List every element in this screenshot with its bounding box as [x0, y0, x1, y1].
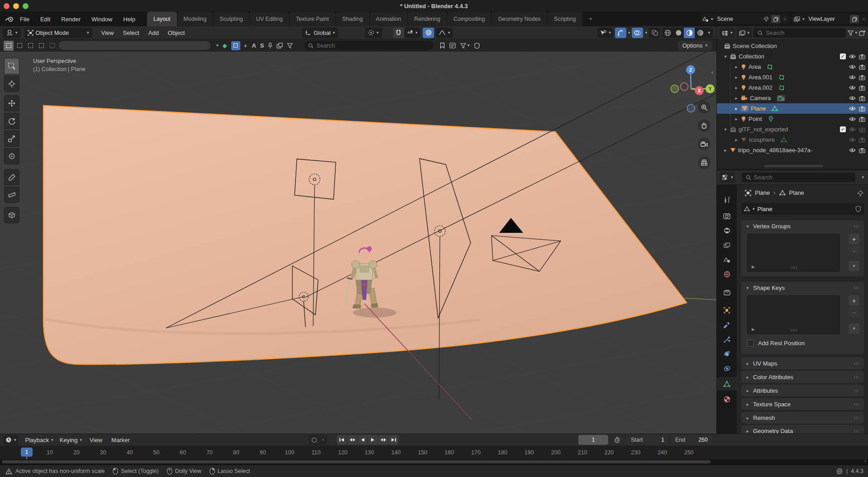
view-layer-selector[interactable]: ▾ ViewLayer ✕ [792, 14, 868, 24]
show-overlays-toggle[interactable] [632, 28, 643, 38]
gizmo-dropdown[interactable]: ▾ [628, 31, 630, 35]
tab-view-layer[interactable] [717, 238, 737, 252]
tool-annotate[interactable] [4, 169, 19, 185]
menu-window[interactable]: Window [86, 12, 118, 26]
add-shape-key-button[interactable]: + [849, 295, 859, 306]
tab-geometry-nodes[interactable]: Geometry Nodes [491, 12, 547, 26]
pin-icon[interactable] [763, 16, 769, 22]
color-attributes-panel[interactable]: ▸Color Attributes [741, 371, 864, 383]
add-vertex-group-button[interactable]: + [849, 234, 859, 244]
tool-options-dropdown[interactable]: Options ▾ [678, 41, 712, 51]
playback-menu[interactable]: Playback▾ [22, 435, 57, 445]
jump-to-start-button[interactable] [337, 435, 347, 445]
tab-rendering[interactable]: Rendering [408, 12, 447, 26]
remove-view-layer-button[interactable]: ✕ [861, 16, 866, 23]
half-sphere-icon[interactable]: ◐ [244, 42, 248, 49]
breadcrumb-data[interactable]: Plane [789, 189, 804, 196]
collection-checkbox[interactable]: ✓ [840, 126, 846, 132]
outliner-row-tripo-node[interactable]: ▸ tripo_node_48618aee-347a- [717, 145, 868, 155]
add-rest-position-checkbox[interactable] [747, 340, 754, 347]
timeline-view-menu[interactable]: View [85, 437, 107, 443]
panel-grip-icon[interactable] [854, 389, 860, 392]
eye-icon[interactable] [849, 75, 856, 80]
viewport-menu-select[interactable]: Select [118, 29, 143, 36]
select-mode-set-button[interactable] [4, 41, 14, 51]
texture-space-panel[interactable]: ▸Texture Space [741, 398, 864, 410]
gem-icon[interactable]: ◆ [223, 42, 227, 49]
tab-animation[interactable]: Animation [370, 12, 408, 26]
eye-icon[interactable] [849, 116, 856, 121]
zoom-button[interactable] [698, 101, 711, 114]
render-camera-icon[interactable] [859, 64, 865, 70]
playhead-frame-badge[interactable]: 1 [21, 448, 33, 457]
viewport-menu-add[interactable]: Add [144, 29, 163, 36]
eye-icon[interactable] [849, 137, 856, 142]
list-expand-icon[interactable]: ▶ [752, 327, 755, 332]
tool-scale[interactable] [4, 130, 19, 147]
overlays-dropdown[interactable]: ▾ [645, 31, 647, 35]
tab-modeling[interactable]: Modeling [177, 12, 213, 26]
mesh-name-field[interactable]: ▾ Plane [741, 203, 864, 215]
shading-dropdown[interactable]: ▾ [706, 28, 713, 38]
outliner-row-scene-collection[interactable]: Scene Collection [717, 41, 868, 51]
render-camera-icon[interactable] [859, 54, 865, 59]
font-icon[interactable]: A [252, 42, 256, 49]
expander-icon[interactable]: ▸ [734, 96, 739, 101]
tab-texture-paint[interactable]: Texture Paint [290, 12, 335, 26]
shading-rendered-button[interactable] [695, 28, 706, 38]
expander-icon[interactable]: ▸ [734, 106, 739, 111]
select-mode-invert-button[interactable] [36, 41, 46, 51]
remesh-panel[interactable]: ▸Remesh [741, 412, 864, 424]
use-preview-range-button[interactable] [611, 435, 623, 445]
expander-icon[interactable]: ▸ [734, 75, 739, 80]
eye-icon[interactable] [849, 54, 856, 59]
breadcrumb-object[interactable]: Plane [755, 189, 770, 196]
show-gizmo-toggle[interactable] [615, 28, 626, 38]
perspective-toggle-button[interactable] [698, 156, 711, 169]
tab-compositing[interactable]: Compositing [447, 12, 491, 26]
panel-grip-icon[interactable] [854, 376, 860, 379]
new-collection-icon[interactable] [859, 30, 866, 36]
render-camera-icon[interactable] [859, 106, 865, 111]
tool-cursor[interactable] [4, 76, 19, 92]
eye-icon[interactable] [849, 127, 856, 132]
tool-rotate[interactable] [4, 113, 19, 129]
viewport-menu-view[interactable]: View [97, 29, 119, 36]
collection-checkbox[interactable]: ✓ [840, 53, 846, 59]
list-resize-grip[interactable] [790, 266, 797, 269]
tab-object-data[interactable] [717, 377, 737, 390]
tab-collection[interactable] [717, 285, 737, 299]
xray-toggle[interactable] [649, 28, 660, 38]
shape-keys-header[interactable]: ▾ Shape Keys [741, 282, 864, 294]
funnel-icon[interactable] [287, 43, 293, 48]
tab-modifiers[interactable] [717, 318, 737, 332]
vertex-group-specials-button[interactable]: ▾ [849, 261, 859, 271]
region-resize-handle[interactable]: ‹ [864, 458, 866, 463]
menu-help[interactable]: Help [118, 12, 141, 26]
mode-dropdown[interactable]: Object Mode ▾ [24, 28, 92, 38]
outliner-row-area-001[interactable]: ▸ Area.001 [717, 72, 868, 82]
outliner-row-plane[interactable]: ▸ Plane [717, 103, 868, 114]
tab-constraints[interactable] [717, 361, 737, 375]
snap-target-dropdown[interactable]: ▾ [405, 28, 420, 38]
outliner-row-camera[interactable]: ▸ Camera [717, 93, 868, 103]
expander-icon[interactable]: ▸ [723, 148, 728, 153]
tab-scene[interactable] [717, 253, 737, 266]
bookmark-icon[interactable] [440, 43, 445, 48]
expander-icon[interactable]: ▸ [734, 64, 739, 69]
expander-icon[interactable]: ▸ [734, 137, 739, 142]
pan-hand-button[interactable] [698, 119, 711, 132]
viewport-menu-object[interactable]: Object [163, 29, 190, 36]
tab-physics[interactable] [717, 347, 737, 361]
tab-object[interactable] [717, 304, 737, 317]
tab-uv-editing[interactable]: UV Editing [250, 12, 289, 26]
expander-icon[interactable]: ▾ [723, 127, 728, 132]
new-view-layer-button[interactable] [850, 15, 859, 23]
expander-icon[interactable]: ▸ [734, 85, 739, 90]
editor-type-button[interactable]: ▾ [3, 28, 21, 38]
tab-shading[interactable]: Shading [336, 12, 369, 26]
transform-orientation-dropdown[interactable]: Global ▾ [302, 28, 338, 38]
snap-toggle[interactable] [393, 28, 404, 38]
panel-grip-icon[interactable] [854, 225, 860, 228]
remove-vertex-group-button[interactable]: − [849, 246, 859, 256]
